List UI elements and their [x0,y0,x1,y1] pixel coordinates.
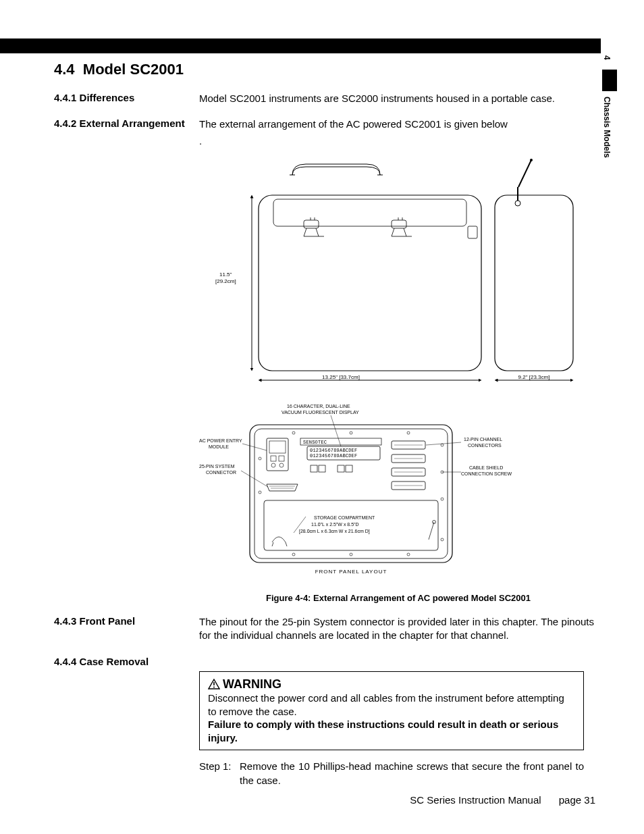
figure-4-4: 11.5" [29.2cm] 13.25" [33.7cm] 9.2" [23.… [199,155,597,603]
svg-line-54 [331,415,341,446]
svg-rect-4 [259,195,481,371]
svg-point-17 [292,432,295,434]
dim-height: 11.5" [219,271,232,278]
svg-point-34 [279,463,284,467]
svg-point-25 [441,538,444,541]
svg-rect-42 [346,465,352,472]
svg-rect-9 [495,195,573,371]
side-tab-number: 4 [602,55,612,60]
svg-point-33 [271,463,275,467]
subsection-heading-front-panel: 4.4.3 Front Panel [54,615,199,627]
footer-page: page 31 [559,794,595,806]
section-title: Model SC2001 [83,61,184,78]
svg-point-28 [407,553,410,556]
diagram-svg: 11.5" [29.2cm] 13.25" [33.7cm] 9.2" [23.… [199,155,597,587]
svg-point-26 [292,553,295,556]
svg-rect-30 [269,441,286,453]
pem-1: AC POWER ENTRY [199,438,242,443]
warning-line2: Failure to comply with these instruction… [208,718,575,744]
storage-2: 11.0"L x 2.5"W x 8.5"D [311,522,359,527]
step-1: Step 1: Remove the 10 Phillips-head mach… [199,760,584,787]
svg-rect-5 [273,199,466,226]
chan-1: 12-PIN CHANNEL [464,437,502,442]
svg-rect-41 [338,465,344,472]
svg-rect-32 [279,456,284,461]
step-1-text: Remove the 10 Phillips-head machine scre… [240,760,584,787]
subsection-body-ext-arrangement: The external arrangement of the AC power… [199,118,594,131]
top-black-bar [0,38,601,53]
period: . [199,134,594,148]
svg-rect-39 [311,465,317,472]
warning-icon [208,679,220,689]
subsection-heading-differences: 4.4.1 Differences [54,92,199,103]
section-heading: 4.4 Model SC2001 [54,61,594,78]
svg-rect-31 [271,456,276,461]
disp-lbl-1: 16 CHARACTER, DUAL-LINE [287,404,350,409]
svg-point-3 [530,159,533,161]
svg-rect-29 [267,438,288,471]
storage-3: [28.0cm L x 6.3cm W x 21.6cm D] [299,529,370,534]
shield-2: CONNECTION SCREW [461,471,512,476]
dim-height-metric: [29.2cm] [215,278,236,284]
warning-box: WARNING Disconnect the power cord and al… [199,671,584,750]
svg-rect-15 [250,425,452,563]
side-tab-marker [602,70,617,91]
sys-1: 25-PIN SYSTEM [199,464,235,469]
svg-rect-6 [304,220,319,228]
svg-rect-7 [392,220,406,228]
svg-point-21 [259,491,261,494]
dim-depth: 9.2" [23.3cm] [518,374,550,380]
display-line1: 0123456789ABCDEF [310,448,357,453]
subsection-heading-ext-arrangement: 4.4.2 External Arrangement [54,118,199,129]
sys-2: CONNECTOR [206,470,236,475]
footer-manual: SC Series Instruction Manual [410,794,541,806]
storage-1: STORAGE COMPARTMENT [314,515,375,520]
svg-point-18 [350,432,352,434]
step-1-label: Step 1: [199,760,240,787]
svg-point-19 [407,432,410,434]
svg-point-24 [441,498,444,500]
svg-line-2 [518,160,531,187]
subsection-heading-case-removal: 4.4.4 Case Removal [54,656,199,667]
side-tab-title: Chassis Models [602,97,612,158]
svg-rect-8 [468,226,477,238]
front-layout-label: FRONT PANEL LAYOUT [315,569,387,575]
subsection-body-differences: Model SC2001 instruments are SC2000 inst… [199,92,594,105]
figure-caption: Figure 4-4: External Arrangement of AC p… [199,593,597,603]
svg-point-27 [350,553,352,556]
chan-2: CONNECTORS [468,443,502,448]
side-tab: 4 Chassis Models [602,55,618,157]
svg-rect-40 [319,465,325,472]
disp-lbl-2: VACUUM FLUORESCENT DISPLAY [281,410,359,415]
shield-1: CABLE SHIELD [469,465,503,470]
section-number: 4.4 [54,61,75,78]
svg-point-20 [259,457,261,460]
brand-label: SENSOTEC [303,440,327,445]
warning-line1: Disconnect the power cord and all cables… [208,692,575,718]
subsection-body-front-panel: The pinout for the 25-pin System connect… [199,615,594,643]
svg-point-10 [515,201,520,206]
svg-point-60 [213,687,215,688]
display-line2: 0123456789ABCDEF [310,453,357,459]
page-footer: SC Series Instruction Manual page 31 [410,794,595,806]
warning-title: WARNING [208,677,575,692]
dim-width: 13.25" [33.7cm] [322,374,360,380]
svg-point-22 [441,444,444,446]
pem-2: MODULE [209,444,229,449]
